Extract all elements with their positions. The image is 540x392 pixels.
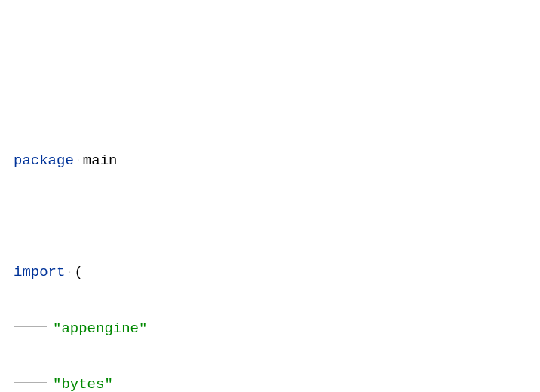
indent-guide-icon: [14, 382, 47, 383]
keyword-import: import: [14, 264, 65, 280]
indent-guide-icon: [14, 326, 47, 327]
keyword-package: package: [14, 152, 74, 169]
code-line-2-blank: [14, 203, 526, 231]
whitespace-dot: ·: [74, 153, 83, 168]
open-paren: (: [74, 264, 82, 280]
code-line-3: import·(: [14, 259, 526, 286]
code-line-1: package·main: [14, 147, 526, 175]
import-string: "bytes": [53, 376, 113, 392]
code-line-import-1: "appengine": [14, 315, 526, 343]
code-block: package·main import·( "appengine" "bytes…: [14, 119, 526, 392]
package-name: main: [83, 152, 118, 169]
whitespace-dot: ·: [65, 265, 74, 280]
code-line-import-2: "bytes": [14, 371, 526, 392]
import-string: "appengine": [53, 320, 147, 337]
